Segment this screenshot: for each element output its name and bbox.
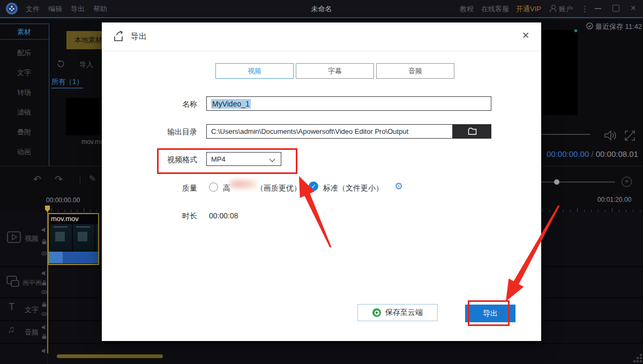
quality-high-note: （画质更优） xyxy=(256,184,301,193)
sidebar-border xyxy=(49,24,49,166)
browse-folder-button[interactable] xyxy=(453,124,491,139)
sidebar-item-music[interactable]: 配乐 xyxy=(0,48,48,58)
current-time: 00:00:00.00 xyxy=(547,149,589,158)
redo-icon[interactable]: ↷ xyxy=(55,173,63,185)
undo-icon[interactable]: ↶ xyxy=(33,173,41,185)
last-saved-status: 最近保存 11:42 xyxy=(595,22,642,32)
sidebar-border xyxy=(0,24,49,24)
gear-icon[interactable]: ⚙ xyxy=(394,180,403,192)
maximize-icon[interactable] xyxy=(612,5,619,12)
zoom-slider-knob[interactable] xyxy=(554,179,559,185)
save-to-cloud-button[interactable]: 保存至云端 xyxy=(357,304,438,321)
name-value-selected: MyVideo_1 xyxy=(211,99,251,109)
clip-thumbnail xyxy=(50,224,72,251)
minimize-icon[interactable] xyxy=(595,8,601,9)
menu-export[interactable]: 导出 xyxy=(71,4,85,14)
menu-help[interactable]: 帮助 xyxy=(93,4,107,14)
menu-file[interactable]: 文件 xyxy=(26,4,40,14)
support-link[interactable]: 在线客服 xyxy=(481,4,509,14)
duration-value: 00:00:08 xyxy=(209,211,238,220)
account-link[interactable]: 账户 xyxy=(559,4,573,14)
lock-icon[interactable] xyxy=(41,239,47,245)
import-button[interactable]: 导入 xyxy=(79,60,93,70)
sidebar-border xyxy=(0,39,49,40)
dialog-close-icon[interactable]: ✕ xyxy=(522,30,529,41)
zoom-slider-track[interactable] xyxy=(541,181,615,183)
close-window-icon[interactable]: ✕ xyxy=(630,4,637,12)
pencil-icon[interactable]: ✎ xyxy=(89,173,96,184)
tab-video[interactable]: 视频 xyxy=(215,63,294,79)
project-title: 未命名 xyxy=(295,4,348,14)
sidebar-item-filter[interactable]: 滤镜 xyxy=(0,108,48,117)
timeline-clip[interactable]: mov.mov xyxy=(48,213,99,265)
import-icon xyxy=(56,59,65,69)
filter-all-link[interactable]: 所有（1） xyxy=(51,77,83,88)
quality-high-radio[interactable] xyxy=(209,183,218,192)
track-label-audio: 音频 xyxy=(25,328,39,337)
speaker-icon[interactable] xyxy=(41,324,47,330)
name-input[interactable]: MyVideo_1 xyxy=(206,96,491,111)
zoom-in-icon[interactable]: + xyxy=(622,177,632,187)
name-label: 名称 xyxy=(138,100,197,109)
tab-subtitle[interactable]: 字幕 xyxy=(296,63,374,79)
eye-icon[interactable] xyxy=(41,251,47,256)
clip-thumbnail xyxy=(95,224,98,251)
preview-handle[interactable] xyxy=(574,29,577,32)
tab-audio[interactable]: 音频 xyxy=(376,63,454,79)
pip-track-icon xyxy=(6,276,20,287)
resize-grip-icon[interactable] xyxy=(633,354,642,362)
toolbar-divider xyxy=(80,176,80,184)
app-logo-icon xyxy=(5,2,18,15)
folder-icon xyxy=(468,127,477,135)
sidebar-item-text[interactable]: 文字 xyxy=(0,68,48,78)
lock-icon[interactable] xyxy=(41,333,47,339)
sidebar-item-overlay[interactable]: 叠附 xyxy=(0,127,48,137)
preview-seekbar[interactable] xyxy=(541,134,590,135)
timeline-ruler xyxy=(51,208,101,212)
dialog-title: 导出 xyxy=(131,32,147,42)
sidebar-item-media[interactable]: 素材 xyxy=(0,27,48,37)
duration-label: 时长 xyxy=(138,211,197,221)
menu-edit[interactable]: 编辑 xyxy=(48,4,62,14)
ruler-time-label: 00:01:20.00 xyxy=(597,196,631,203)
timeline-scrollbar[interactable] xyxy=(57,354,163,358)
sidebar-item-transition[interactable]: 转场 xyxy=(0,88,48,97)
playhead-line[interactable] xyxy=(47,206,48,353)
track-label-video: 视频 xyxy=(25,234,39,244)
lock-icon[interactable] xyxy=(41,280,47,286)
playhead-time: 00:00:00.00 xyxy=(46,196,80,204)
titlebar-accent-line xyxy=(0,17,643,18)
output-dir-value: C:\Users\admin\Documents\Apowersoft\Vide… xyxy=(211,127,408,135)
total-time: 00:00:08.01 xyxy=(596,149,638,158)
lock-icon[interactable] xyxy=(41,301,47,307)
preview-screen xyxy=(541,30,578,115)
fullscreen-icon[interactable] xyxy=(624,130,635,141)
speaker-icon[interactable] xyxy=(41,270,47,276)
quality-standard-label[interactable]: 标准（文件更小） xyxy=(323,184,383,193)
cloud-button-label: 保存至云端 xyxy=(385,308,423,317)
track-label-pip: 画中画 xyxy=(23,278,42,287)
account-icon xyxy=(550,5,556,11)
speaker-icon[interactable] xyxy=(41,227,47,233)
output-dir-input[interactable]: C:\Users\admin\Documents\Apowersoft\Vide… xyxy=(206,124,453,139)
quality-standard-radio[interactable]: ✓ xyxy=(309,181,318,191)
blurred-badge xyxy=(229,177,257,191)
tutorial-link[interactable]: 教程 xyxy=(460,4,474,14)
volume-icon[interactable] xyxy=(603,129,617,142)
export-dialog: 导出 ✕ 视频 字幕 音频 名称 MyVideo_1 输出目录 C:\Users… xyxy=(102,22,541,341)
preview-time-display: 00:00:00.00 / 00:00:08.01 xyxy=(547,149,638,158)
speaker-icon[interactable] xyxy=(41,348,47,354)
annotation-box-export xyxy=(468,300,510,326)
text-track-icon: T xyxy=(9,301,15,313)
output-dir-label: 输出目录 xyxy=(138,127,197,137)
audio-track-icon: ♫ xyxy=(8,324,15,335)
eye-icon[interactable] xyxy=(41,311,47,317)
vip-link[interactable]: 开通VIP xyxy=(516,4,541,14)
annotation-box-format xyxy=(157,148,297,174)
sidebar-item-animation[interactable]: 动画 xyxy=(0,147,48,157)
app-window: 文件 编辑 导出 帮助 未命名 教程 在线客服 开通VIP 账户 ⋮ ✕ 素材 … xyxy=(0,0,643,364)
eye-icon[interactable] xyxy=(41,289,47,295)
more-vertical-icon[interactable]: ⋮ xyxy=(581,4,589,14)
check-circle-icon xyxy=(586,22,593,29)
playhead-handle[interactable] xyxy=(45,206,50,212)
